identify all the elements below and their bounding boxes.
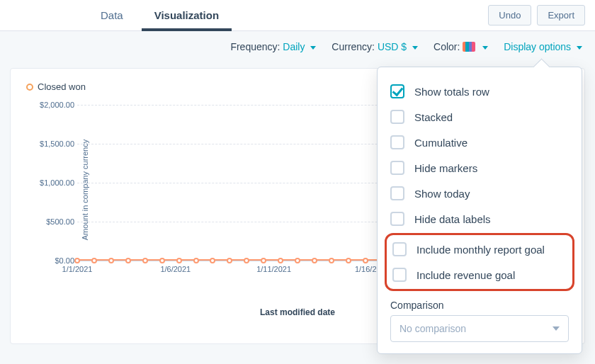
checkbox-cumulative[interactable] — [390, 135, 404, 149]
x-tick-label: 1/6/2021 — [147, 265, 204, 273]
tabs: Data Visualization — [85, 0, 234, 30]
chevron-down-icon — [412, 46, 418, 50]
currency-value: USD $ — [378, 41, 407, 52]
comparison-select[interactable]: No comparison — [390, 315, 569, 342]
y-tick-label: $1,500.00 — [36, 140, 74, 148]
checkbox-show_today[interactable] — [390, 186, 404, 200]
checkbox-stacked[interactable] — [390, 110, 404, 124]
data-marker — [278, 258, 283, 263]
chevron-down-icon — [552, 326, 560, 331]
frequency-label: Frequency: — [230, 41, 280, 52]
tab-visualization[interactable]: Visualization — [139, 0, 234, 30]
data-marker — [244, 258, 249, 263]
color-label: Color: — [434, 41, 460, 52]
display-option-show_totals_row[interactable]: Show totals row — [386, 79, 573, 104]
chevron-down-icon — [482, 46, 488, 50]
display-option-show_today[interactable]: Show today — [386, 181, 573, 206]
comparison-label: Comparison — [390, 300, 569, 311]
display-option-label: Include revenue goal — [416, 269, 515, 281]
checkbox-hide_data_labels[interactable] — [390, 212, 404, 226]
checkbox-hide_markers[interactable] — [390, 161, 404, 175]
color-filter[interactable]: Color: — [434, 41, 488, 52]
data-marker — [329, 258, 334, 263]
checkbox-include_monthly_goal[interactable] — [392, 242, 407, 256]
y-tick-label: $0.00 — [36, 256, 74, 265]
display-option-hide_markers[interactable]: Hide markers — [386, 155, 573, 181]
data-marker — [312, 258, 317, 263]
checkbox-include_revenue_goal[interactable] — [392, 268, 407, 282]
data-marker — [261, 258, 266, 263]
frequency-filter[interactable]: Frequency: Daily — [230, 41, 316, 52]
display-option-label: Cumulative — [414, 137, 468, 149]
data-marker — [91, 258, 97, 263]
y-tick-label: $500.00 — [36, 217, 74, 226]
filter-row: Frequency: Daily Currency: USD $ Color: … — [0, 31, 595, 62]
legend-item-label: Closed won — [38, 81, 86, 92]
data-marker — [210, 258, 215, 263]
data-marker — [74, 258, 80, 263]
currency-filter[interactable]: Currency: USD $ — [332, 41, 418, 52]
display-option-label: Hide markers — [414, 162, 477, 174]
undo-button[interactable]: Undo — [488, 5, 531, 25]
y-tick-label: $2,000.00 — [36, 101, 74, 109]
color-swatch-icon — [463, 42, 475, 52]
data-marker — [227, 258, 232, 263]
tab-data[interactable]: Data — [85, 0, 139, 30]
frequency-value: Daily — [283, 41, 305, 52]
x-tick-label: 1/11/2021 — [246, 265, 302, 273]
display-option-hide_data_labels[interactable]: Hide data labels — [386, 206, 573, 232]
display-option-label: Hide data labels — [414, 213, 491, 225]
display-option-stacked[interactable]: Stacked — [386, 104, 573, 130]
display-options-label: Display options — [504, 41, 571, 52]
display-option-label: Show totals row — [414, 86, 489, 98]
display-option-label: Stacked — [414, 111, 453, 123]
currency-label: Currency: — [332, 41, 375, 52]
comparison-placeholder: No comparison — [400, 323, 466, 334]
data-marker — [159, 258, 165, 263]
data-marker — [363, 258, 368, 263]
data-marker — [176, 258, 182, 263]
chevron-down-icon — [310, 46, 316, 50]
y-tick-label: $1,000.00 — [36, 178, 74, 187]
data-marker — [346, 258, 351, 263]
data-marker — [108, 258, 114, 263]
display-options-filter[interactable]: Display options — [504, 41, 582, 52]
display-options-popover: Show totals rowStackedCumulativeHide mar… — [377, 67, 582, 354]
goal-options-highlight: Include monthly report goalInclude reven… — [385, 233, 574, 291]
chevron-down-icon — [577, 46, 582, 50]
export-button[interactable]: Export — [537, 5, 585, 25]
x-tick-label: 1/1/2021 — [49, 265, 106, 273]
legend-marker-icon — [26, 84, 33, 91]
data-marker — [142, 258, 148, 263]
checkbox-show_totals_row[interactable] — [390, 84, 404, 98]
data-marker — [295, 258, 300, 263]
top-bar: Data Visualization Undo Export — [0, 0, 595, 31]
data-marker — [193, 258, 199, 263]
display-option-include_monthly_goal[interactable]: Include monthly report goal — [388, 237, 571, 262]
data-marker — [125, 258, 131, 263]
display-option-label: Include monthly report goal — [416, 244, 545, 256]
display-option-label: Show today — [414, 188, 470, 200]
display-option-cumulative[interactable]: Cumulative — [386, 130, 573, 155]
display-option-include_revenue_goal[interactable]: Include revenue goal — [388, 262, 571, 288]
